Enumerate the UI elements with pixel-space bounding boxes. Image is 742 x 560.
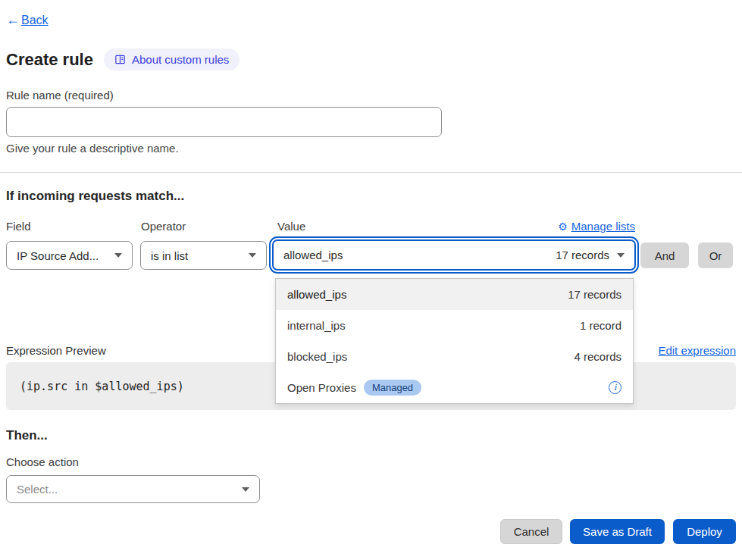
- rule-name-label: Rule name (required): [6, 89, 114, 102]
- book-icon: [114, 54, 126, 65]
- value-select[interactable]: allowed_ips 17 records: [272, 239, 636, 271]
- list-record-count: 17 records: [568, 288, 621, 301]
- operator-label: Operator: [141, 220, 186, 233]
- about-custom-rules-label: About custom rules: [132, 53, 229, 66]
- managed-badge: Managed: [364, 380, 421, 396]
- field-select[interactable]: IP Source Add...: [6, 241, 133, 270]
- value-select-records: 17 records: [556, 249, 609, 261]
- chevron-down-icon: [242, 487, 249, 492]
- list-name: internal_ips: [287, 319, 346, 332]
- create-rule-page: ← Back Create rule About custom rules Ru…: [0, 0, 742, 560]
- page-title: Create rule: [6, 50, 93, 70]
- dropdown-item-internal-ips[interactable]: internal_ips 1 record: [276, 310, 633, 341]
- chevron-down-icon: [617, 253, 625, 258]
- manage-lists-label[interactable]: Manage lists: [571, 220, 635, 233]
- expression-preview-label: Expression Preview: [6, 344, 106, 357]
- operator-select[interactable]: is in list: [140, 241, 267, 270]
- chevron-down-icon: [114, 253, 122, 258]
- dropdown-item-allowed-ips[interactable]: allowed_ips 17 records: [276, 279, 633, 310]
- value-dropdown-list: allowed_ips 17 records internal_ips 1 re…: [275, 278, 634, 404]
- and-button[interactable]: And: [640, 242, 689, 268]
- match-section-title: If incoming requests match...: [6, 189, 184, 204]
- back-link-label[interactable]: Back: [21, 14, 49, 27]
- value-select-value: allowed_ips: [283, 249, 343, 261]
- list-name: blocked_ips: [287, 350, 347, 363]
- dropdown-item-blocked-ips[interactable]: blocked_ips 4 records: [276, 341, 633, 372]
- field-label: Field: [6, 220, 31, 233]
- manage-lists-link[interactable]: ⚙ Manage lists: [558, 220, 635, 233]
- then-section-title: Then...: [6, 428, 48, 443]
- list-record-count: 4 records: [574, 350, 621, 363]
- section-divider: [0, 172, 742, 173]
- gear-icon: ⚙: [558, 221, 568, 233]
- or-button[interactable]: Or: [698, 242, 733, 268]
- back-link[interactable]: ← Back: [6, 12, 49, 28]
- edit-expression-link[interactable]: Edit expression: [658, 344, 736, 357]
- list-record-count: 1 record: [580, 319, 621, 332]
- save-as-draft-button[interactable]: Save as Draft: [570, 519, 665, 544]
- dropdown-item-open-proxies[interactable]: Open Proxies Managed i: [276, 372, 633, 403]
- choose-action-label: Choose action: [6, 455, 79, 468]
- action-select[interactable]: Select...: [6, 475, 260, 503]
- action-select-placeholder: Select...: [17, 483, 58, 496]
- back-arrow-icon: ←: [6, 12, 20, 28]
- info-icon[interactable]: i: [609, 381, 621, 394]
- value-label: Value: [277, 220, 305, 233]
- chevron-down-icon: [249, 253, 256, 258]
- list-name: allowed_ips: [287, 288, 346, 301]
- about-custom-rules-link[interactable]: About custom rules: [104, 48, 240, 70]
- deploy-button[interactable]: Deploy: [673, 519, 736, 544]
- rule-name-helper-text: Give your rule a descriptive name.: [6, 142, 179, 155]
- rule-name-input[interactable]: [6, 107, 442, 137]
- field-select-value: IP Source Add...: [17, 249, 99, 262]
- cancel-button[interactable]: Cancel: [500, 519, 562, 544]
- expression-code: (ip.src in $allowed_ips): [20, 380, 184, 393]
- title-row: Create rule About custom rules: [6, 48, 240, 70]
- list-name: Open Proxies: [287, 381, 356, 394]
- operator-select-value: is in list: [151, 249, 188, 262]
